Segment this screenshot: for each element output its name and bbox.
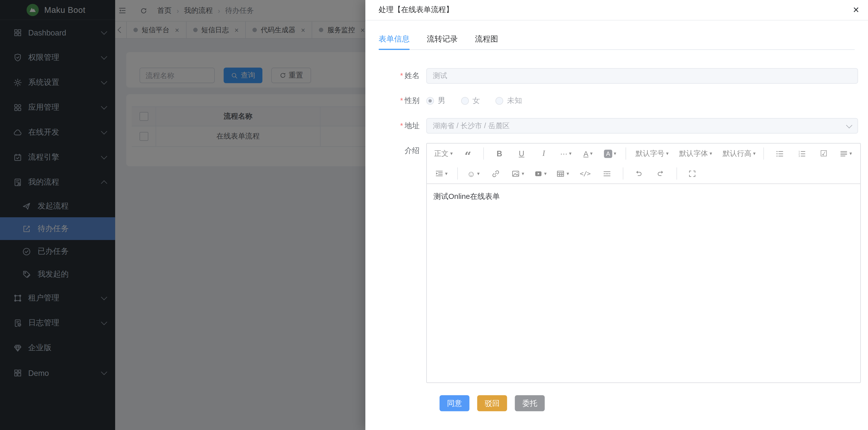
required-asterisk: * (400, 121, 403, 130)
line-height-dropdown[interactable]: 默认行高▾ (722, 146, 756, 161)
intro-label: 介绍 (379, 143, 420, 383)
radio-female: 女 (461, 96, 480, 106)
font-color-dropdown[interactable]: A▾ (580, 146, 596, 161)
form-row-gender: *性别 男 女 未知 (379, 93, 868, 109)
drawer-header: 处理【在线表单流程】 (365, 0, 868, 20)
radio-icon (461, 97, 469, 105)
editor-toolbar-row-2: ▾ ☺▾ ▾ ▾ ▾ </> (430, 163, 857, 183)
fullscreen-icon[interactable] (684, 166, 701, 180)
form-row-name: *姓名 (379, 68, 868, 84)
drawer-body: *姓名 *性别 男 女 (365, 50, 868, 430)
font-size-dropdown[interactable]: 默认字号▾ (635, 146, 669, 161)
form-row-address: *地址 湖南省 / 长沙市 / 岳麓区 (379, 118, 868, 134)
close-icon[interactable]: × (853, 4, 859, 16)
reject-button[interactable]: 驳回 (477, 395, 507, 411)
align-dropdown[interactable]: ▾ (838, 146, 854, 161)
image-dropdown[interactable]: ▾ (509, 166, 526, 180)
undo-icon[interactable] (631, 166, 647, 180)
drawer-footer: 同意 驳回 委托 (439, 395, 868, 411)
tab-flow-records[interactable]: 流转记录 (427, 29, 458, 49)
address-label: *地址 (379, 118, 420, 134)
bold-icon[interactable]: B (491, 146, 508, 161)
agree-button[interactable]: 同意 (439, 395, 469, 411)
active-tab-underline (379, 49, 410, 50)
bg-color-dropdown[interactable]: A▾ (602, 146, 618, 161)
indent-dropdown[interactable]: ▾ (433, 166, 450, 180)
divider-icon[interactable] (599, 166, 616, 180)
editor-toolbar: 正文▾ “ B U I ⋯▾ A▾ A▾ 默认字号▾ (427, 143, 860, 184)
editor-content[interactable]: 测试Online在线表单 (427, 184, 860, 382)
radio-unknown: 未知 (495, 96, 522, 106)
address-value: 湖南省 / 长沙市 / 岳麓区 (433, 121, 510, 131)
app-root: Maku Boot Dashboard 权限管理 系统设置 应用管理 (0, 0, 868, 430)
rich-text-editor: 正文▾ “ B U I ⋯▾ A▾ A▾ 默认字号▾ (426, 143, 861, 383)
gender-radio-group: 男 女 未知 (426, 93, 858, 109)
tab-flow-diagram[interactable]: 流程图 (475, 29, 498, 49)
more-styles-dropdown[interactable]: ⋯▾ (557, 146, 574, 161)
font-family-dropdown[interactable]: 默认字体▾ (679, 146, 713, 161)
drawer-title: 处理【在线表单流程】 (379, 5, 453, 15)
redo-icon[interactable] (653, 166, 669, 180)
radio-label: 未知 (507, 96, 522, 106)
required-asterisk: * (400, 71, 403, 80)
drawer-tabs: 表单信息 流转记录 流程图 (379, 29, 855, 50)
link-icon[interactable] (487, 166, 504, 180)
numbered-list-icon[interactable] (793, 146, 810, 161)
radio-male: 男 (426, 96, 445, 106)
bullet-list-icon[interactable] (771, 146, 788, 161)
form-row-intro: 介绍 正文▾ “ B U I ⋯▾ A▾ (379, 143, 868, 383)
italic-icon[interactable]: I (535, 146, 552, 161)
name-label: *姓名 (379, 68, 420, 84)
table-dropdown[interactable]: ▾ (554, 166, 571, 180)
underline-icon[interactable]: U (513, 146, 530, 161)
emoji-dropdown[interactable]: ☺▾ (465, 166, 482, 180)
gender-label: *性别 (379, 93, 420, 109)
radio-label: 男 (438, 96, 445, 106)
required-asterisk: * (400, 96, 403, 105)
address-select: 湖南省 / 长沙市 / 岳麓区 (426, 118, 858, 134)
tab-form-info[interactable]: 表单信息 (379, 29, 410, 49)
delegate-button[interactable]: 委托 (515, 395, 545, 411)
todo-list-icon[interactable]: ☑ (815, 146, 832, 161)
chevron-down-icon (846, 122, 852, 128)
stage: Maku Boot Dashboard 权限管理 系统设置 应用管理 (0, 0, 868, 430)
code-block-icon[interactable]: </> (577, 166, 593, 180)
paragraph-style-dropdown[interactable]: 正文▾ (433, 146, 454, 161)
radio-icon (495, 97, 503, 105)
radio-checked-icon (426, 97, 434, 105)
task-drawer: 处理【在线表单流程】 × 表单信息 流转记录 流程图 *姓名 *性别 男 (365, 0, 868, 430)
video-dropdown[interactable]: ▾ (532, 166, 549, 180)
name-field (426, 68, 858, 84)
blockquote-icon[interactable]: “ (460, 146, 476, 161)
radio-label: 女 (472, 96, 480, 106)
editor-toolbar-row-1: 正文▾ “ B U I ⋯▾ A▾ A▾ 默认字号▾ (430, 143, 857, 163)
